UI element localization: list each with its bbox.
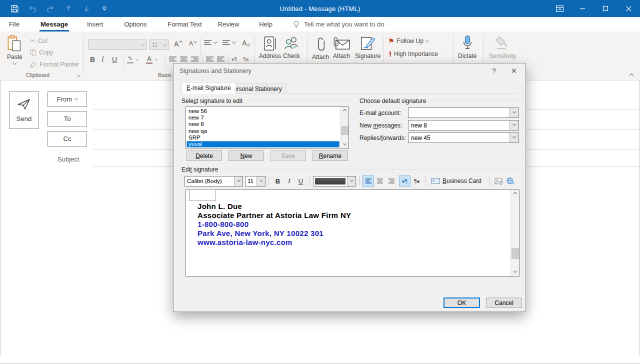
bold-button[interactable]: B (90, 56, 95, 64)
insert-hyperlink-button[interactable] (504, 176, 516, 186)
attach-item-button[interactable]: Attach (332, 36, 350, 60)
clear-formatting-button[interactable]: A (242, 39, 250, 47)
business-card-button[interactable]: Business Card (428, 176, 484, 186)
scroll-up-icon[interactable] (511, 190, 520, 198)
scroll-thumb[interactable] (512, 248, 519, 259)
cc-button[interactable]: Cc (48, 131, 87, 146)
edit-scrollbar[interactable] (510, 190, 519, 276)
scroll-up-icon[interactable] (340, 107, 349, 114)
sig-ltr-button[interactable]: ▸¶ (399, 176, 410, 186)
tab-message[interactable]: Message (34, 18, 74, 31)
numbering-button[interactable] (222, 40, 236, 45)
list-item[interactable]: new 56 (186, 108, 340, 114)
ltr-direction-button[interactable]: ▸¶ (232, 56, 236, 62)
scroll-down-icon[interactable] (340, 141, 349, 148)
combo-arrow-icon[interactable] (510, 108, 518, 118)
list-scrollbar[interactable] (340, 107, 348, 148)
list-item-selected[interactable]: yuval (186, 141, 340, 148)
collapse-ribbon-icon[interactable] (630, 74, 634, 78)
new-messages-combo[interactable]: new 8 (408, 120, 519, 130)
font-name-combo[interactable] (88, 40, 147, 50)
cancel-button[interactable]: Cancel (486, 298, 522, 308)
maximize-button[interactable] (594, 0, 617, 17)
ok-button[interactable]: OK (444, 298, 480, 308)
email-account-combo[interactable] (408, 108, 519, 118)
list-item[interactable]: SRP (186, 134, 340, 141)
grow-font-button[interactable]: A (174, 40, 182, 48)
sig-font-color-combo[interactable] (313, 176, 356, 186)
sig-underline-button[interactable]: U (295, 176, 306, 186)
signature-button[interactable]: Signature (355, 36, 380, 60)
scroll-thumb[interactable] (341, 126, 348, 135)
sig-align-left-button[interactable] (362, 176, 374, 186)
to-button[interactable]: To (48, 111, 87, 126)
high-importance-button[interactable]: ! High Importance (389, 50, 438, 58)
signature-edit-area[interactable]: John L. Due Associate Partner at Astoria… (186, 190, 520, 276)
sig-align-right-button[interactable] (386, 176, 397, 186)
save-button[interactable]: Save (270, 150, 306, 161)
tab-format-text[interactable]: Format Text (162, 18, 208, 31)
format-painter-button[interactable]: Format Painter (30, 61, 79, 68)
redo-icon[interactable] (45, 3, 56, 14)
list-item[interactable]: new 7 (186, 114, 340, 121)
sig-size-combo[interactable]: 11 (245, 176, 266, 186)
attach-file-button[interactable]: Attach (312, 36, 329, 60)
combo-arrow-icon[interactable] (510, 133, 518, 142)
list-item[interactable]: new 8 (186, 121, 340, 128)
undo-icon[interactable] (27, 3, 38, 14)
move-down-icon[interactable] (81, 3, 92, 14)
clipboard-dialog-launcher-icon[interactable]: ↘ (76, 72, 80, 78)
sig-bold-button[interactable]: B (272, 176, 284, 186)
tab-review[interactable]: Review (212, 18, 246, 31)
delete-button[interactable]: Delete (186, 150, 222, 161)
rtl-direction-button[interactable]: ¶◂ (243, 56, 248, 62)
close-button[interactable] (617, 0, 640, 17)
list-item[interactable]: new qa (186, 128, 340, 134)
ribbon-display-options-icon[interactable] (548, 0, 571, 17)
check-names-button[interactable]: Check (283, 36, 300, 60)
signature-listbox[interactable]: new 56 new 7 new 8 new qa SRP yuval (186, 106, 349, 149)
scroll-down-icon[interactable] (511, 268, 520, 276)
rename-button[interactable]: Rename (312, 150, 348, 161)
tab-options[interactable]: Options (118, 18, 152, 31)
sig-italic-button[interactable]: I (284, 176, 295, 186)
combo-arrow-icon[interactable] (510, 120, 518, 130)
copy-button[interactable]: Copy (30, 49, 53, 56)
tell-me-box[interactable]: Tell me what you want to do (292, 20, 384, 29)
dictate-button[interactable]: Dictate (458, 35, 476, 60)
underline-button[interactable]: U (112, 56, 117, 64)
minimize-button[interactable] (571, 0, 594, 17)
sig-rtl-button[interactable]: ¶◂ (410, 176, 422, 186)
tab-insert[interactable]: Insert (81, 18, 110, 31)
align-right-button[interactable] (191, 56, 198, 62)
move-up-icon[interactable] (63, 3, 74, 14)
highlight-button[interactable]: ✎ (127, 56, 138, 64)
from-button[interactable]: From (48, 92, 87, 107)
align-center-button[interactable] (180, 56, 188, 62)
tab-email-signature[interactable]: E-mail Signature (182, 82, 236, 94)
save-icon[interactable] (9, 3, 20, 14)
address-book-button[interactable]: Address (259, 36, 281, 60)
sig-align-center-button[interactable] (374, 176, 386, 186)
insert-picture-button[interactable] (493, 176, 504, 186)
italic-button[interactable]: I (102, 56, 104, 64)
new-button[interactable]: New (228, 150, 264, 161)
replies-forwards-combo[interactable]: new 45 (408, 132, 519, 143)
cut-button[interactable]: ✂ Cut (30, 37, 48, 44)
paste-button[interactable]: Paste (7, 35, 22, 65)
increase-indent-button[interactable] (217, 56, 224, 62)
follow-up-button[interactable]: ⚑ Follow Up (388, 37, 428, 45)
customize-qat-icon[interactable] (99, 3, 110, 14)
align-left-button[interactable] (169, 56, 176, 62)
dialog-close-button[interactable]: ✕ (504, 64, 524, 78)
font-size-combo[interactable]: 11 (149, 40, 169, 50)
tab-file[interactable]: File (3, 18, 26, 31)
dialog-help-button[interactable]: ? (484, 64, 504, 78)
tab-help[interactable]: Help (253, 18, 278, 31)
font-color-button[interactable]: A (146, 56, 158, 64)
sig-font-combo[interactable]: Calibri (Body) (184, 176, 243, 186)
send-button[interactable]: Send (9, 92, 39, 129)
sensitivity-button[interactable]: Sensitivity (489, 35, 516, 60)
bullets-button[interactable] (204, 40, 217, 45)
shrink-font-button[interactable]: A (189, 40, 196, 47)
